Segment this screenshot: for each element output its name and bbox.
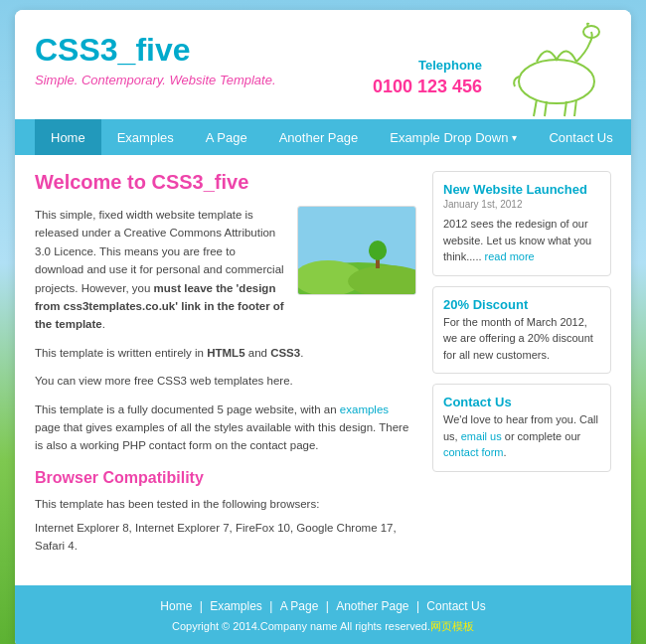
phone-label: Telephone [373,57,482,75]
card-3-title: Contact Us [443,395,600,409]
logo-tagline: Simple. Contemporary. Website Template. [35,73,276,87]
card-2-text: For the month of March 2012, we are offe… [443,314,600,364]
sidebar-card-2: 20% Discount For the month of March 2012… [432,286,611,375]
nav-apage[interactable]: A Page [190,119,263,155]
para-4: This template is a fully documented 5 pa… [35,401,416,455]
footer-home[interactable]: Home [160,599,192,613]
card-1-title: New Website Launched [443,182,600,197]
svg-line-3 [545,101,547,116]
page-wrapper: CSS3_five Simple. Contemporary. Website … [15,10,631,644]
logo-area: CSS3_five Simple. Contemporary. Website … [35,22,276,87]
phone-number: 0100 123 456 [373,75,482,99]
browser-intro: This template has been tested in the fol… [35,495,416,513]
sidebar-card-3: Contact Us We'd love to hear from you. C… [432,384,611,472]
footer-apage[interactable]: A Page [280,599,319,613]
footer-examples[interactable]: Examples [210,599,262,613]
nav-examples[interactable]: Examples [101,119,190,155]
email-link[interactable]: email us [461,430,502,442]
nav-contact[interactable]: Contact Us [533,119,628,155]
footer-anotherpage[interactable]: Another Page [336,599,408,613]
page-title: Welcome to CSS3_five [35,171,416,194]
content-area: Welcome to CSS3_five Th [35,171,416,565]
card-1-link[interactable]: read more [485,250,535,262]
footer-links: Home | Examples | A Page | Another Page … [35,599,611,613]
browser-list: Internet Explorer 8, Internet Explorer 7… [35,519,416,556]
contact-form-link[interactable]: contact form [443,446,504,458]
para-3: You can view more free CSS3 web template… [35,372,416,390]
card-1-date: January 1st, 2012 [443,199,600,210]
card-3-text: We'd love to hear from you. Call us, ema… [443,411,600,461]
header-right: Telephone 0100 123 456 [373,22,611,99]
camel-icon [482,22,611,121]
nav-anotherpage[interactable]: Another Page [263,119,375,155]
sidebar-card-1: New Website Launched January 1st, 2012 2… [432,171,611,276]
sidebar: New Website Launched January 1st, 2012 2… [432,171,611,565]
footer-template-link[interactable]: 网页模板 [430,620,474,632]
dropdown-arrow-icon: ▾ [512,132,517,143]
para-2: This template is written entirely in HTM… [35,344,416,362]
card-2-title: 20% Discount [443,297,600,312]
svg-line-2 [534,99,537,116]
svg-point-11 [369,241,387,260]
nav-home[interactable]: Home [35,119,101,155]
main-nav: Home Examples A Page Another Page Exampl… [15,119,631,155]
footer-copyright: Copyright © 2014.Company name All rights… [35,619,611,634]
svg-line-5 [574,99,576,116]
phone-area: Telephone 0100 123 456 [373,57,482,99]
examples-link[interactable]: examples [340,403,389,415]
card-1-text: 2012 sees the redesign of our website. L… [443,216,600,265]
hero-image [297,206,416,295]
footer: Home | Examples | A Page | Another Page … [15,585,631,644]
hero-scene-icon [298,207,416,295]
main-content: Welcome to CSS3_five Th [15,155,631,581]
nav-dropdown[interactable]: Example Drop Down ▾ [374,119,533,155]
header: CSS3_five Simple. Contemporary. Website … [15,10,631,119]
logo-title: CSS3_five [35,32,276,69]
browser-compat-title: Browser Compatibility [35,469,416,487]
footer-contact[interactable]: Contact Us [426,599,485,613]
svg-point-0 [519,60,594,103]
